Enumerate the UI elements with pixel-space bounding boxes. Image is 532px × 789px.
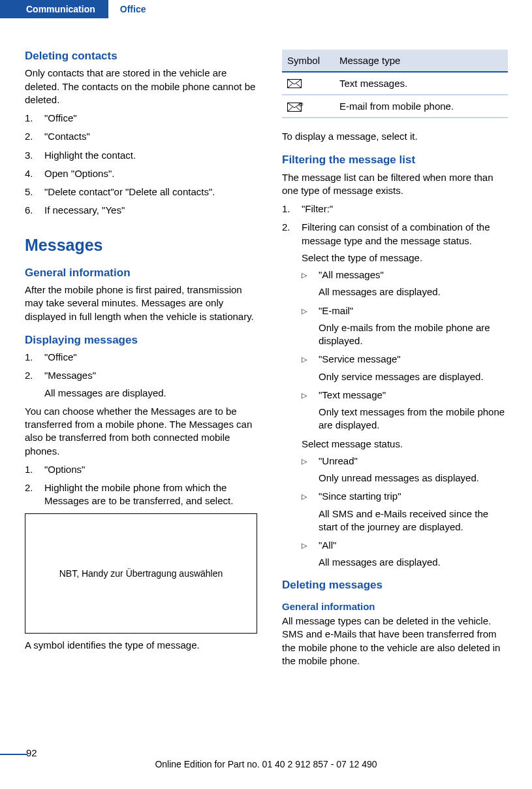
right-column: Symbol Message type Text messages. @ E-m… (282, 50, 508, 673)
heading-general-info: General information (25, 266, 258, 280)
list-item: If necessary, "Yes" (25, 204, 258, 217)
list-item: Highlight the contact. (25, 149, 258, 162)
heading-filtering: Filtering the message list (282, 153, 508, 167)
tab-communication: Communication (0, 0, 108, 18)
list-item: "All messages"All messages are displayed… (302, 268, 508, 299)
list-item: "Contacts" (25, 130, 258, 143)
image-caption: NBT, Handy zur Übertragung auswählen (59, 568, 223, 579)
envelope-icon (282, 72, 336, 95)
list-item: "Unread"Only unread messages as displaye… (302, 455, 508, 485)
table-row: Text messages. (282, 72, 508, 95)
para-symbol: A symbol identifies the type of message. (25, 639, 258, 652)
type-list: "All messages"All messages are displayed… (302, 268, 508, 432)
list-item: "Messages" All messages are displayed. (25, 369, 258, 400)
table-cell: Text messages. (336, 72, 508, 95)
list-item: "Office" (25, 351, 258, 364)
para-general-info: After the mobile phone is first paired, … (25, 283, 258, 323)
list-item: "Office" (25, 112, 258, 125)
heading-deleting-messages: Deleting messages (282, 579, 508, 592)
steps-options: "Options" Highlight the mobile phone fro… (25, 463, 258, 508)
steps-display: "Office" "Messages" All messages are dis… (25, 351, 258, 400)
list-item: Highlight the mobile phone from which th… (25, 481, 258, 508)
tab-office: Office (108, 0, 158, 18)
page-number: 92 (26, 747, 37, 758)
sub-para: Select the type of message. (302, 251, 508, 265)
table-header-symbol: Symbol (282, 50, 336, 72)
sub-para: Select message status. (302, 438, 508, 451)
para-todisplay: To display a message, select it. (282, 130, 508, 143)
table-header-row: Symbol Message type (282, 50, 508, 72)
list-item: "Since starting trip"All SMS and e-Mails… (302, 490, 508, 534)
para-general-info-2: All message types can be deleted in the … (282, 615, 508, 668)
image-placeholder: NBT, Handy zur Übertragung auswählen (25, 513, 257, 634)
list-item: "E-mail"Only e-mails from the mobile pho… (302, 304, 508, 348)
para-deleting-contacts: Only contacts that are stored in the veh… (25, 67, 258, 106)
footer: 92 Online Edition for Part no. 01 40 2 9… (0, 754, 532, 769)
para-filtering: The message list can be filtered when mo… (282, 171, 508, 198)
list-item: "Delete contact"or "Delete all contacts"… (25, 185, 258, 199)
para-choose: You can choose whether the Messages are … (25, 405, 258, 458)
symbol-table: Symbol Message type Text messages. @ E-m… (282, 50, 508, 118)
header-tabs: Communication Office (0, 0, 532, 18)
content: Deleting contacts Only contacts that are… (0, 18, 532, 673)
list-item: "Filter:" (282, 202, 508, 216)
footer-text: Online Edition for Part no. 01 40 2 912 … (0, 759, 532, 769)
table-cell: E-mail from mobile phone. (336, 95, 508, 118)
heading-displaying-messages: Displaying messages (25, 334, 258, 347)
list-item: Open "Options". (25, 167, 258, 180)
list-item: Filtering can consist of a combination o… (282, 221, 508, 569)
heading-messages: Messages (25, 236, 258, 255)
table-row: @ E-mail from mobile phone. (282, 95, 508, 118)
steps-deleting: "Office" "Contacts" Highlight the contac… (25, 112, 258, 217)
heading-deleting-contacts: Deleting contacts (25, 50, 258, 63)
svg-text:@: @ (298, 101, 304, 107)
list-item: "Service message"Only service messages a… (302, 353, 508, 383)
list-item: "All"All messages are displayed. (302, 539, 508, 570)
steps-filter: "Filter:" Filtering can consist of a com… (282, 202, 508, 570)
status-list: "Unread"Only unread messages as displaye… (302, 455, 508, 570)
list-item: "Options" (25, 463, 258, 476)
left-column: Deleting contacts Only contacts that are… (25, 50, 258, 673)
table-header-type: Message type (336, 50, 508, 72)
list-item: "Text message"Only text messages from th… (302, 389, 508, 432)
sub-para: All messages are displayed. (44, 387, 258, 400)
subheading-general-info-2: General information (282, 601, 508, 612)
footer-rule (0, 754, 27, 755)
envelope-at-icon: @ (282, 95, 336, 118)
